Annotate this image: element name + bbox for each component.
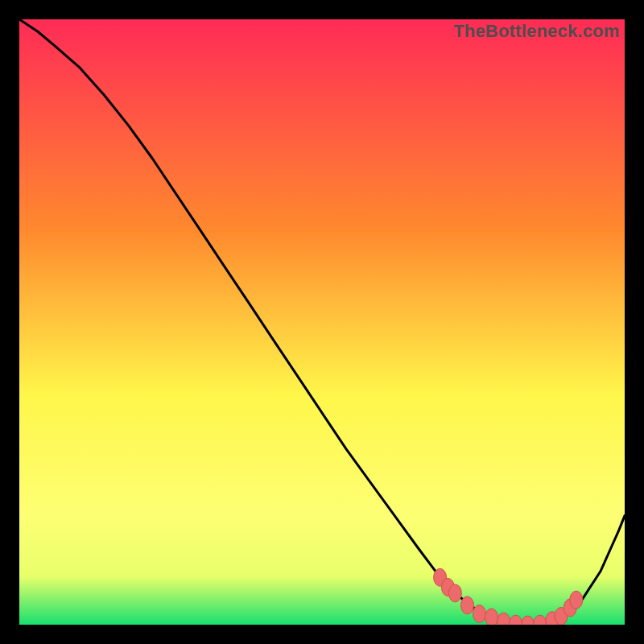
- watermark-text: TheBottleneck.com: [454, 21, 620, 42]
- marker-point: [461, 597, 474, 614]
- marker-point: [570, 591, 583, 609]
- bottleneck-plot: [19, 19, 625, 625]
- gradient-background: [19, 19, 625, 625]
- marker-point: [485, 609, 498, 625]
- marker-point: [473, 605, 486, 623]
- marker-point: [448, 584, 461, 602]
- chart-frame: TheBottleneck.com: [19, 19, 625, 625]
